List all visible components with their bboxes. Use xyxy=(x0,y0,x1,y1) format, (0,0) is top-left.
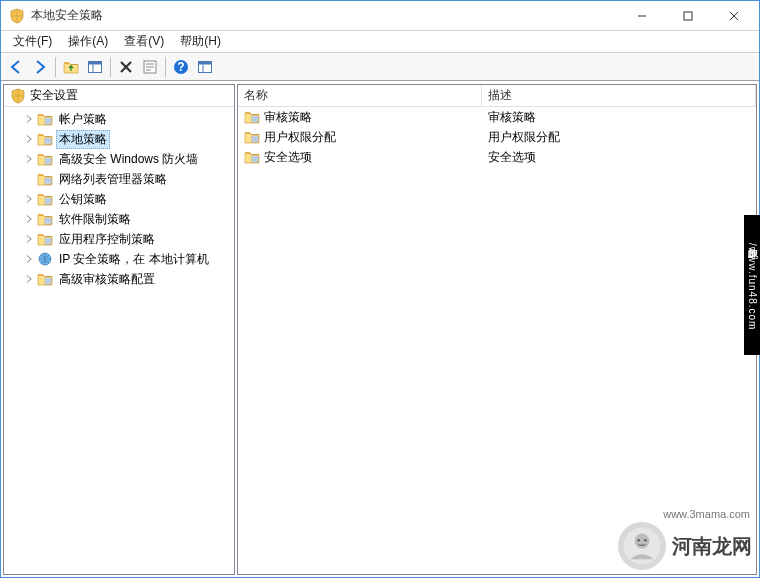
tree-item[interactable]: 高级审核策略配置 xyxy=(4,269,234,289)
titlebar: 本地安全策略 xyxy=(1,1,759,31)
tree-panel: 安全设置 帐户策略本地策略高级安全 Windows 防火墙网络列表管理器策略公钥… xyxy=(3,84,235,575)
separator xyxy=(55,57,56,77)
list-cell-desc: 审核策略 xyxy=(482,109,756,126)
tree-item[interactable]: 软件限制策略 xyxy=(4,209,234,229)
folder-icon xyxy=(37,271,53,287)
menu-view[interactable]: 查看(V) xyxy=(116,31,172,52)
tree-item-label: IP 安全策略，在 本地计算机 xyxy=(56,250,212,269)
column-name[interactable]: 名称 xyxy=(238,85,482,106)
panes-button[interactable] xyxy=(84,56,106,78)
list-cell-desc: 安全选项 xyxy=(482,149,756,166)
expander-icon[interactable] xyxy=(22,192,36,206)
watermark-bottom: 河南龙网 xyxy=(618,522,752,570)
folder-icon xyxy=(244,109,260,125)
shield-icon xyxy=(10,88,26,104)
properties-button[interactable] xyxy=(139,56,161,78)
app-icon xyxy=(9,8,25,24)
menu-action[interactable]: 操作(A) xyxy=(60,31,116,52)
menubar: 文件(F) 操作(A) 查看(V) 帮助(H) xyxy=(1,31,759,53)
tree-header[interactable]: 安全设置 xyxy=(4,85,234,107)
list-cell-name-text: 安全选项 xyxy=(264,149,312,166)
separator xyxy=(110,57,111,77)
tree-root-label: 安全设置 xyxy=(30,87,78,104)
expander-icon[interactable] xyxy=(22,272,36,286)
folder-icon xyxy=(244,129,260,145)
folder-icon xyxy=(37,151,53,167)
column-desc[interactable]: 描述 xyxy=(482,85,756,106)
menu-help[interactable]: 帮助(H) xyxy=(172,31,229,52)
tree-item-label: 高级安全 Windows 防火墙 xyxy=(56,150,201,169)
tree-item[interactable]: 应用程序控制策略 xyxy=(4,229,234,249)
back-button[interactable] xyxy=(5,56,27,78)
list-cell-name: 安全选项 xyxy=(238,149,482,166)
expander-icon xyxy=(22,172,36,186)
list-cell-name-text: 用户权限分配 xyxy=(264,129,336,146)
expander-icon[interactable] xyxy=(22,112,36,126)
menu-file[interactable]: 文件(F) xyxy=(5,31,60,52)
folder-icon xyxy=(37,111,53,127)
list-header: 名称 描述 xyxy=(238,85,756,107)
expander-icon[interactable] xyxy=(22,212,36,226)
list-item[interactable]: 安全选项安全选项 xyxy=(238,147,756,167)
list-item[interactable]: 用户权限分配用户权限分配 xyxy=(238,127,756,147)
forward-button[interactable] xyxy=(29,56,51,78)
tree-item[interactable]: 帐户策略 xyxy=(4,109,234,129)
watermark-url: www.3mama.com xyxy=(663,508,750,520)
main-window: 本地安全策略 文件(F) 操作(A) 查看(V) 帮助(H) 安全 xyxy=(0,0,760,578)
svg-point-12 xyxy=(637,539,640,542)
export-button[interactable] xyxy=(194,56,216,78)
list-cell-desc: 用户权限分配 xyxy=(482,129,756,146)
close-button[interactable] xyxy=(711,1,757,30)
tree-item[interactable]: 本地策略 xyxy=(4,129,234,149)
maximize-button[interactable] xyxy=(665,1,711,30)
folder-icon xyxy=(244,149,260,165)
list-body[interactable]: 审核策略审核策略用户权限分配用户权限分配安全选项安全选项 xyxy=(238,107,756,574)
svg-point-11 xyxy=(635,534,650,549)
up-button[interactable] xyxy=(60,56,82,78)
tree-body[interactable]: 帐户策略本地策略高级安全 Windows 防火墙网络列表管理器策略公钥策略软件限… xyxy=(4,107,234,574)
help-button[interactable] xyxy=(170,56,192,78)
tree-item[interactable]: 公钥策略 xyxy=(4,189,234,209)
watermark-logo-icon xyxy=(618,522,666,570)
window-buttons xyxy=(619,1,757,30)
tree-item[interactable]: 网络列表管理器策略 xyxy=(4,169,234,189)
folder-icon xyxy=(37,231,53,247)
minimize-button[interactable] xyxy=(619,1,665,30)
expander-icon[interactable] xyxy=(22,252,36,266)
tree-item-label: 本地策略 xyxy=(56,130,110,149)
tree-item-label: 高级审核策略配置 xyxy=(56,270,158,289)
list-cell-name: 审核策略 xyxy=(238,109,482,126)
tree-item-label: 网络列表管理器策略 xyxy=(56,170,170,189)
delete-button[interactable] xyxy=(115,56,137,78)
expander-icon[interactable] xyxy=(22,152,36,166)
content-area: 安全设置 帐户策略本地策略高级安全 Windows 防火墙网络列表管理器策略公钥… xyxy=(1,81,759,577)
list-panel: 名称 描述 审核策略审核策略用户权限分配用户权限分配安全选项安全选项 xyxy=(237,84,757,575)
list-item[interactable]: 审核策略审核策略 xyxy=(238,107,756,127)
toolbar xyxy=(1,53,759,81)
tree-item[interactable]: IP 安全策略，在 本地计算机 xyxy=(4,249,234,269)
folder-icon xyxy=(37,211,53,227)
folder-icon xyxy=(37,191,53,207)
tree-item-label: 公钥策略 xyxy=(56,190,110,209)
expander-icon[interactable] xyxy=(22,132,36,146)
tree-item-label: 应用程序控制策略 xyxy=(56,230,158,249)
expander-icon[interactable] xyxy=(22,232,36,246)
watermark-right: 放肆吧/www.fun48.com xyxy=(744,215,760,355)
folder-icon xyxy=(37,171,53,187)
folder-icon xyxy=(37,131,53,147)
tree-item-label: 软件限制策略 xyxy=(56,210,134,229)
tree-item-label: 帐户策略 xyxy=(56,110,110,129)
list-cell-name-text: 审核策略 xyxy=(264,109,312,126)
separator xyxy=(165,57,166,77)
globe-icon xyxy=(37,251,53,267)
tree-item[interactable]: 高级安全 Windows 防火墙 xyxy=(4,149,234,169)
svg-point-13 xyxy=(644,539,647,542)
svg-rect-9 xyxy=(684,12,692,20)
window-title: 本地安全策略 xyxy=(31,7,619,24)
list-cell-name: 用户权限分配 xyxy=(238,129,482,146)
watermark-text: 河南龙网 xyxy=(672,533,752,560)
